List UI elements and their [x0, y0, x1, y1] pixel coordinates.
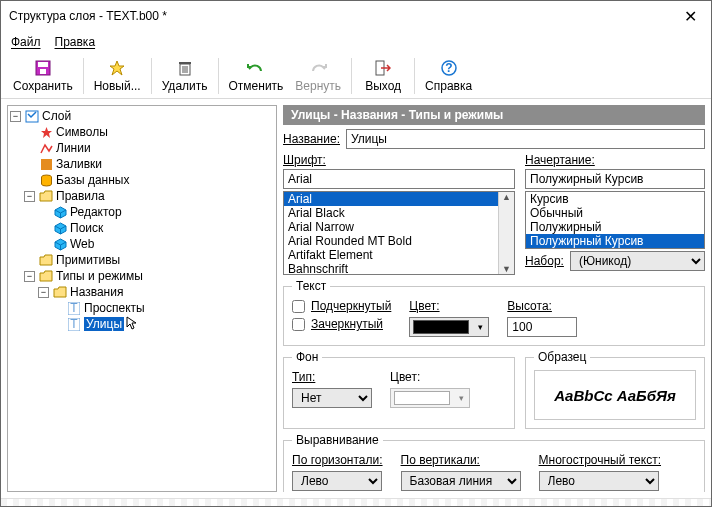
font-option[interactable]: Arial Rounded MT Bold — [284, 234, 514, 248]
font-listbox[interactable]: Arial Arial Black Arial Narrow Arial Rou… — [283, 191, 515, 275]
chevron-down-icon[interactable]: ▼ — [502, 264, 511, 274]
style-option[interactable]: Полужирный — [526, 220, 704, 234]
tree-types[interactable]: Типы и режимы — [56, 269, 143, 283]
save-button[interactable]: Сохранить — [7, 54, 79, 98]
scrollbar[interactable]: ▲▼ — [498, 192, 514, 274]
style-input[interactable] — [525, 169, 705, 189]
text-icon: T — [66, 301, 82, 315]
delete-button[interactable]: Удалить — [156, 54, 214, 98]
tree-lines[interactable]: Линии — [56, 141, 91, 155]
style-listbox[interactable]: Курсив Обычный Полужирный Полужирный Кур… — [525, 191, 705, 249]
font-option[interactable]: Arial Narrow — [284, 220, 514, 234]
chevron-down-icon[interactable]: ▾ — [472, 322, 488, 332]
height-input[interactable] — [507, 317, 577, 337]
svg-rect-5 — [179, 62, 191, 64]
text-icon: T — [66, 317, 82, 331]
svg-rect-2 — [40, 69, 46, 74]
separator — [83, 58, 84, 94]
menu-file[interactable]: Файл — [11, 35, 41, 49]
help-icon: ? — [441, 58, 457, 78]
tree-fills[interactable]: Заливки — [56, 157, 102, 171]
collapse-icon[interactable]: − — [24, 271, 35, 282]
cube-icon — [52, 221, 68, 235]
svg-rect-1 — [38, 62, 48, 67]
underline-checkbox[interactable]: Подчеркнутый — [292, 299, 391, 313]
bg-color-picker: ▾ — [390, 388, 470, 408]
undo-button[interactable]: Отменить — [223, 54, 290, 98]
chevron-down-icon: ▾ — [453, 393, 469, 403]
chevron-up-icon[interactable]: ▲ — [502, 192, 511, 202]
folder-icon — [38, 269, 54, 283]
help-button[interactable]: ? Справка — [419, 54, 478, 98]
separator — [351, 58, 352, 94]
separator — [151, 58, 152, 94]
lines-icon — [38, 141, 54, 155]
undo-icon — [247, 58, 265, 78]
fill-icon — [38, 157, 54, 171]
strike-checkbox[interactable]: Зачеркнутый — [292, 317, 391, 331]
svg-text:T: T — [70, 302, 78, 315]
cursor-icon — [126, 316, 138, 333]
tree-rules[interactable]: Правила — [56, 189, 105, 203]
font-option[interactable]: Artifakt Element — [284, 248, 514, 262]
tree-avenues[interactable]: Проспекты — [84, 301, 145, 315]
style-option[interactable]: Курсив — [526, 192, 704, 206]
star-icon — [38, 125, 54, 139]
new-icon — [108, 58, 126, 78]
halign-select[interactable]: Лево — [292, 471, 382, 491]
panel-header: Улицы - Названия - Типы и режимы — [283, 105, 705, 125]
tree-symbols[interactable]: Символы — [56, 125, 108, 139]
trash-icon — [178, 58, 192, 78]
svg-text:?: ? — [445, 61, 452, 75]
folder-icon — [52, 285, 68, 299]
font-option[interactable]: Bahnschrift — [284, 262, 514, 275]
tree-editor[interactable]: Редактор — [70, 205, 122, 219]
tree-names[interactable]: Названия — [70, 285, 123, 299]
separator — [414, 58, 415, 94]
height-label: Высота: — [507, 299, 577, 313]
db-icon — [38, 173, 54, 187]
color-label: Цвет: — [409, 299, 489, 313]
charset-select[interactable]: (Юникод) — [570, 251, 705, 271]
cube-icon — [52, 237, 68, 251]
tree-prims[interactable]: Примитивы — [56, 253, 120, 267]
tree-web[interactable]: Web — [70, 237, 94, 251]
tree-search[interactable]: Поиск — [70, 221, 103, 235]
style-option[interactable]: Полужирный Курсив — [526, 234, 704, 248]
menubar: Файл Правка — [1, 31, 711, 53]
new-button[interactable]: Новый... — [88, 54, 147, 98]
charset-label: Набор: — [525, 254, 564, 268]
folder-icon — [38, 253, 54, 267]
bg-group: Фон Тип: Нет Цвет: ▾ — [283, 350, 515, 429]
valign-select[interactable]: Базовая линия — [401, 471, 521, 491]
tree-db[interactable]: Базы данных — [56, 173, 129, 187]
mtext-select[interactable]: Лево — [539, 471, 659, 491]
menu-edit[interactable]: Правка — [55, 35, 96, 49]
font-option[interactable]: Arial — [284, 192, 514, 206]
collapse-icon[interactable]: − — [24, 191, 35, 202]
cube-icon — [52, 205, 68, 219]
style-option[interactable]: Обычный — [526, 206, 704, 220]
redo-button[interactable]: Вернуть — [289, 54, 347, 98]
close-icon[interactable]: ✕ — [678, 7, 703, 26]
text-color-picker[interactable]: ▾ — [409, 317, 489, 337]
collapse-icon[interactable]: − — [38, 287, 49, 298]
folder-icon — [38, 189, 54, 203]
svg-rect-14 — [41, 159, 52, 170]
svg-text:T: T — [70, 318, 78, 331]
tree-root[interactable]: Слой — [42, 109, 71, 123]
tree-streets[interactable]: Улицы — [84, 317, 124, 331]
collapse-icon[interactable]: − — [10, 111, 21, 122]
name-input[interactable] — [346, 129, 705, 149]
tree-view[interactable]: −Слой Символы Линии Заливки Базы данных … — [7, 105, 277, 492]
bg-type-select[interactable]: Нет — [292, 388, 372, 408]
sample-group: Образец AaBbCc АаБбЯя — [525, 350, 705, 429]
name-label: Название: — [283, 132, 340, 146]
titlebar: Структура слоя - TEXT.b00 * ✕ — [1, 1, 711, 31]
status-strip — [1, 498, 711, 506]
exit-button[interactable]: Выход — [356, 54, 410, 98]
toolbar: Сохранить Новый... Удалить Отменить Верн… — [1, 53, 711, 99]
font-input[interactable] — [283, 169, 515, 189]
bg-type-label: Тип: — [292, 370, 372, 384]
font-option[interactable]: Arial Black — [284, 206, 514, 220]
